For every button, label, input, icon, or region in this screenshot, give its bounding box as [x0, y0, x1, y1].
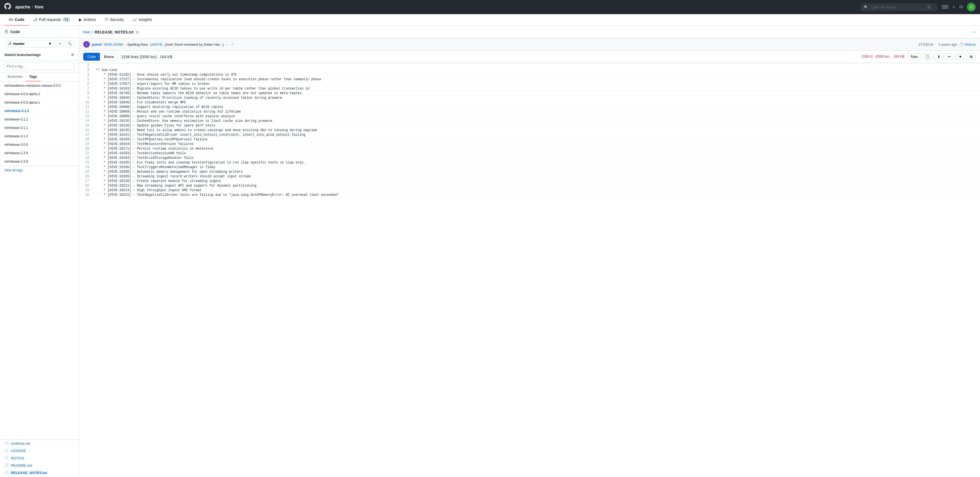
more-options-button[interactable]: ···: [972, 29, 976, 35]
commit-author[interactable]: jsoref: [92, 43, 102, 46]
line-number[interactable]: 3: [79, 68, 92, 73]
tab-security[interactable]: 🛡 Security: [100, 14, 129, 25]
line-number[interactable]: 9: [79, 96, 92, 100]
tab-pull-requests[interactable]: ⎇ Pull requests 71: [29, 14, 74, 25]
expand-button[interactable]: ⊞: [967, 53, 976, 60]
more-edit-button[interactable]: ▼: [956, 53, 965, 60]
branch-list-item[interactable]: rel/release-2.3.9: [0, 149, 79, 157]
line-number[interactable]: 17: [79, 133, 92, 137]
notifications-icon[interactable]: ✉: [959, 4, 963, 10]
line-number[interactable]: 29: [79, 188, 92, 193]
download-button[interactable]: ⬇: [934, 53, 943, 60]
line-number[interactable]: 19: [79, 142, 92, 146]
commit-right: 3f3d210 · 2 years ago 🕐 History: [918, 43, 976, 46]
tab-code[interactable]: <> Code: [4, 14, 29, 25]
file-path-org[interactable]: hive: [83, 30, 90, 34]
line-code: * [HIVE-19126] - CachedStore: Use memory…: [92, 119, 980, 124]
line-number[interactable]: 5: [79, 77, 92, 82]
line-number[interactable]: 23: [79, 161, 92, 165]
branch-list-item[interactable]: rel/standalone-metastore-release-3.0.0: [0, 81, 79, 90]
line-number[interactable]: 6: [79, 82, 92, 86]
add-icon[interactable]: +: [952, 4, 955, 10]
line-number[interactable]: 30: [79, 193, 92, 197]
line-number[interactable]: 16: [79, 128, 92, 133]
branch-list-item[interactable]: rel/release-4.0.0-alpha-2: [0, 90, 79, 99]
terminal-icon[interactable]: ⌨: [941, 4, 948, 10]
line-number[interactable]: 28: [79, 184, 92, 188]
line-code: * [HIVE-18988] - Support bootstrap repli…: [92, 105, 980, 110]
line-code: * [HIVE-19195] - Fix flaky tests and cle…: [92, 161, 980, 165]
tab-actions-label: Actions: [84, 17, 96, 22]
search-bar[interactable]: 🔍 /: [861, 3, 937, 11]
view-all-tags-link[interactable]: View all tags: [0, 166, 79, 174]
history-button[interactable]: 🕐 History: [959, 43, 976, 46]
table-row: 19 * [HIVE-19164] - TestMetastoreVersion…: [79, 142, 980, 146]
repo-name[interactable]: hive: [35, 5, 43, 10]
line-number[interactable]: 22: [79, 156, 92, 161]
history-label: History: [965, 43, 976, 46]
line-number[interactable]: 10: [79, 100, 92, 105]
file-name: RELEASE_NOTES.txt: [11, 471, 47, 475]
line-number[interactable]: 27: [79, 179, 92, 184]
line-number[interactable]: 20: [79, 146, 92, 151]
file-list-item[interactable]: 📄RELEASE_NOTES.txt: [0, 469, 79, 477]
github-logo[interactable]: [4, 3, 11, 11]
branch-list-item[interactable]: rel/release-3.1.0: [0, 132, 79, 141]
branch-list-item[interactable]: rel/release-3.1.2: [0, 115, 79, 124]
shield-icon: 🛡: [105, 17, 108, 22]
line-number[interactable]: 7: [79, 86, 92, 91]
line-number[interactable]: 14: [79, 119, 92, 124]
copy-raw-button[interactable]: 📋: [922, 53, 933, 60]
tab-blame-view[interactable]: Blame: [100, 53, 118, 60]
line-number[interactable]: 12: [79, 110, 92, 114]
line-number[interactable]: 25: [79, 170, 92, 174]
search-input[interactable]: [870, 5, 925, 9]
org-link[interactable]: apache: [15, 5, 30, 10]
search-branch-button[interactable]: 🔍: [65, 40, 74, 47]
branch-list-item[interactable]: rel/release-3.1.3: [0, 107, 79, 115]
tab-tags[interactable]: Tags: [26, 72, 40, 81]
commit-jira-link[interactable]: HIVE-24390: [103, 43, 123, 46]
branch-list-item[interactable]: rel/release-4.0.0-alpha-1: [0, 99, 79, 107]
raw-button[interactable]: Raw: [908, 53, 921, 60]
branch-list-item[interactable]: rel/release-2.3.8: [0, 157, 79, 166]
file-dot: ·: [158, 55, 160, 59]
tab-insights[interactable]: 📈 Insights: [128, 14, 156, 25]
branch-list-item[interactable]: rel/release-3.1.1: [0, 124, 79, 132]
line-number[interactable]: 8: [79, 91, 92, 96]
file-list-item[interactable]: 📄NOTICE: [0, 455, 79, 462]
line-number[interactable]: 13: [79, 114, 92, 119]
line-number[interactable]: 2: [79, 64, 92, 68]
commit-ellipsis[interactable]: ···: [226, 43, 229, 46]
file-icon: 📄: [4, 463, 9, 467]
line-number[interactable]: 21: [79, 151, 92, 156]
avatar[interactable]: 🟢: [967, 3, 976, 11]
branch-list-item[interactable]: rel/release-3.0.0: [0, 141, 79, 149]
line-number[interactable]: 18: [79, 137, 92, 142]
file-list-item[interactable]: 📄LICENSE: [0, 447, 79, 455]
add-branch-button[interactable]: +: [56, 40, 64, 47]
tab-actions[interactable]: ▶ Actions: [75, 14, 100, 25]
commit-author-avatar: j: [83, 41, 90, 48]
breadcrumb-sep: /: [32, 5, 33, 10]
copy-path-button[interactable]: ⎘: [136, 30, 138, 34]
tab-code-view[interactable]: Code: [83, 53, 100, 60]
close-branch-panel-button[interactable]: ✕: [71, 52, 74, 57]
line-code: * [HIVE-19209] - Streaming ingest record…: [92, 174, 980, 179]
table-row: 27 * [HIVE-19210] - Create separate modu…: [79, 179, 980, 184]
line-number[interactable]: 15: [79, 124, 92, 128]
commit-sha[interactable]: 3f3d210: [918, 43, 933, 46]
file-list-item[interactable]: 📄continue.me: [0, 440, 79, 447]
branch-dropdown-button[interactable]: ⎇ master ▼: [4, 40, 55, 47]
commit-time-sep: ·: [935, 43, 937, 46]
edit-button[interactable]: ✏: [945, 53, 954, 60]
line-number[interactable]: 11: [79, 105, 92, 110]
file-name: LICENSE: [11, 449, 26, 453]
line-number[interactable]: 4: [79, 73, 92, 77]
file-list-item[interactable]: 📄README.md: [0, 462, 79, 469]
line-number[interactable]: 26: [79, 174, 92, 179]
tab-branches[interactable]: Branches: [4, 72, 26, 81]
branch-search-input[interactable]: [4, 62, 74, 70]
line-number[interactable]: 24: [79, 165, 92, 170]
commit-pr-link[interactable]: (#1674): [150, 43, 162, 46]
